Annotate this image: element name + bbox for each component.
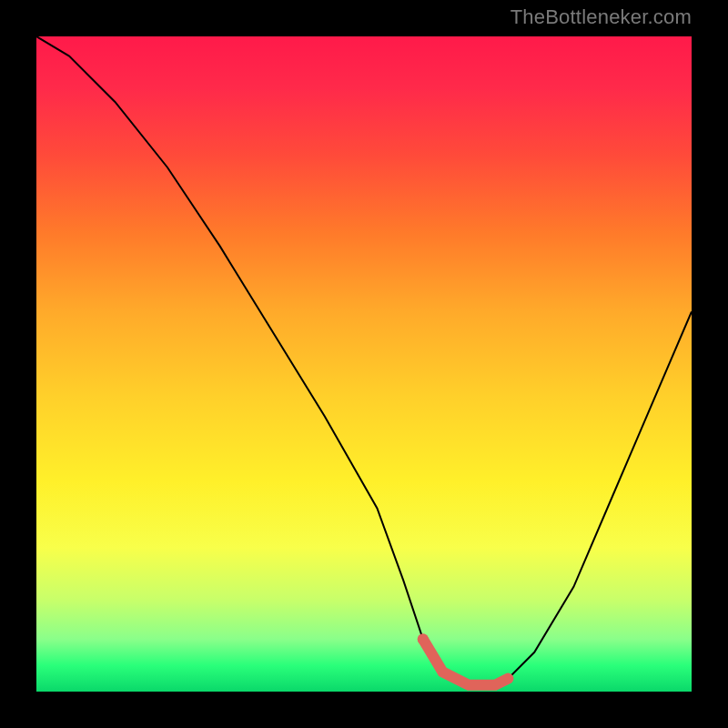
bottleneck-curve (36, 36, 692, 685)
plot-area (36, 36, 692, 692)
chart-svg (36, 36, 692, 692)
chart-container: TheBottleneker.com (0, 0, 728, 728)
optimal-highlight (423, 639, 509, 684)
attribution-text: TheBottleneker.com (511, 5, 692, 29)
optimal-start-dot (418, 633, 429, 644)
